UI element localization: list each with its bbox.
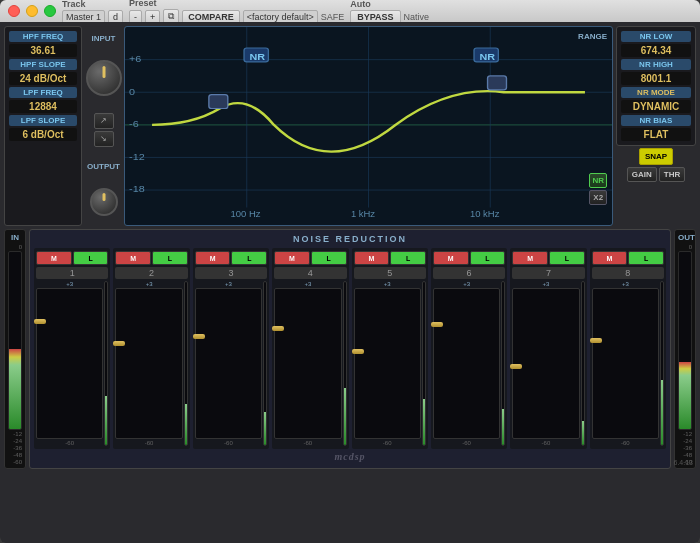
ch7-listen-button[interactable]: L xyxy=(549,251,585,265)
input-knob[interactable] xyxy=(86,60,122,96)
meter-minus36-mark: -36 xyxy=(8,445,22,451)
ch5-meter-fill xyxy=(423,399,425,445)
lpf-freq-value[interactable]: 12884 xyxy=(9,100,77,113)
ch8-faders: +3 -60 xyxy=(592,281,664,446)
ch5-mute-button[interactable]: M xyxy=(354,251,390,265)
hpf-slope-value[interactable]: 24 dB/Oct xyxy=(9,72,77,85)
svg-rect-17 xyxy=(209,95,228,109)
title-bar-controls: Track Master 1 d Preset - + ⧉ COMPARE <f… xyxy=(62,0,692,24)
input-label: INPUT xyxy=(92,34,116,43)
svg-text:-18: -18 xyxy=(129,184,145,194)
tool-button-1[interactable]: ↗ xyxy=(94,113,114,129)
ch4-number: 4 xyxy=(274,267,346,279)
minimize-button[interactable] xyxy=(26,5,38,17)
nr-channels: M L 1 +3 -60 xyxy=(34,248,666,449)
ch7-number: 7 xyxy=(512,267,584,279)
ch3-fader-handle[interactable] xyxy=(193,334,205,339)
ch6-buttons: M L xyxy=(433,251,505,265)
logo: mcdsp xyxy=(34,449,666,464)
channel-3: M L 3 +3 -60 xyxy=(193,248,269,449)
ch2-number: 2 xyxy=(115,267,187,279)
nr-toggle-button[interactable]: NR xyxy=(589,173,607,188)
output-knob[interactable] xyxy=(90,188,118,216)
ch3-mute-button[interactable]: M xyxy=(195,251,231,265)
channel-1: M L 1 +3 -60 xyxy=(34,248,110,449)
nr-mode-value[interactable]: DYNAMIC xyxy=(621,100,691,113)
maximize-button[interactable] xyxy=(44,5,56,17)
ch4-mute-button[interactable]: M xyxy=(274,251,310,265)
out-minus48-mark: -48 xyxy=(678,452,692,458)
left-panel: HPF FREQ 36.61 HPF SLOPE 24 dB/Oct LPF F… xyxy=(4,26,82,226)
ch1-buttons: M L xyxy=(36,251,108,265)
nr-low-value[interactable]: 674.34 xyxy=(621,44,691,57)
channel-6: M L 6 +3 -60 xyxy=(431,248,507,449)
lpf-slope-value[interactable]: 6 dB/Oct xyxy=(9,128,77,141)
out-meter: OUT 0 -12 -24 -36 -48 -60 6.4.13 xyxy=(674,229,696,469)
ch8-listen-button[interactable]: L xyxy=(628,251,664,265)
nr-mode-label: NR MODE xyxy=(621,87,691,98)
ch2-fader-handle[interactable] xyxy=(113,341,125,346)
ch4-listen-button[interactable]: L xyxy=(311,251,347,265)
snap-button[interactable]: SNAP xyxy=(639,148,673,165)
svg-text:-12: -12 xyxy=(129,151,145,161)
out-minus12-mark: -12 xyxy=(678,431,692,437)
ch4-meter-fill xyxy=(344,388,346,445)
eq-display: +6 0 -6 -12 -18 NR NR xyxy=(124,26,613,226)
ch2-listen-button[interactable]: L xyxy=(152,251,188,265)
ch1-number: 1 xyxy=(36,267,108,279)
ch2-mute-button[interactable]: M xyxy=(115,251,151,265)
ch6-fader-handle[interactable] xyxy=(431,322,443,327)
in-meter-fill xyxy=(9,349,21,429)
auto-label: Auto xyxy=(350,0,429,9)
auto-section: Auto BYPASS Native xyxy=(350,0,429,24)
out-meter-fill xyxy=(679,362,691,429)
thr-button[interactable]: THR xyxy=(659,167,685,182)
gain-thr-row: GAIN THR xyxy=(627,167,685,182)
ch7-fader-handle[interactable] xyxy=(510,364,522,369)
plugin-body: HPF FREQ 36.61 HPF SLOPE 24 dB/Oct LPF F… xyxy=(0,22,700,543)
meter-minus24-mark: -24 xyxy=(8,438,22,444)
ch4-buttons: M L xyxy=(274,251,346,265)
channel-7: M L 7 +3 -60 xyxy=(510,248,586,449)
ch8-mute-button[interactable]: M xyxy=(592,251,628,265)
ch7-faders: +3 -60 xyxy=(512,281,584,446)
channel-4: M L 4 +3 -60 xyxy=(272,248,348,449)
out-meter-track xyxy=(678,251,692,430)
ch7-mute-button[interactable]: M xyxy=(512,251,548,265)
bottom-section: IN 0 -12 -24 -36 -48 -60 NOISE REDUCTION xyxy=(4,229,696,469)
ch8-meter-fill xyxy=(661,380,663,445)
ch1-listen-button[interactable]: L xyxy=(73,251,109,265)
output-label: OUTPUT xyxy=(87,162,120,171)
svg-text:NR: NR xyxy=(479,51,495,61)
gain-button[interactable]: GAIN xyxy=(627,167,657,182)
out-minus36-mark: -36 xyxy=(678,445,692,451)
ch4-fader-handle[interactable] xyxy=(272,326,284,331)
ch3-listen-button[interactable]: L xyxy=(231,251,267,265)
tool-button-2[interactable]: ↘ xyxy=(94,131,114,147)
track-section: Track Master 1 d xyxy=(62,0,123,24)
ch5-number: 5 xyxy=(354,267,426,279)
preset-section: Preset - + ⧉ COMPARE <factory default> S… xyxy=(129,0,344,24)
close-button[interactable] xyxy=(8,5,20,17)
meter-minus12-mark: -12 xyxy=(8,431,22,437)
eq-curve-svg: +6 0 -6 -12 -18 NR NR xyxy=(125,27,612,225)
ch5-fader-handle[interactable] xyxy=(352,349,364,354)
ch6-listen-button[interactable]: L xyxy=(470,251,506,265)
nr-high-value[interactable]: 8001.1 xyxy=(621,72,691,85)
ch8-fader-handle[interactable] xyxy=(590,338,602,343)
ch6-mute-button[interactable]: M xyxy=(433,251,469,265)
ch5-faders: +3 -60 xyxy=(354,281,426,446)
svg-text:100 Hz: 100 Hz xyxy=(231,209,262,218)
ch1-fader-handle[interactable] xyxy=(34,319,46,324)
x2-button[interactable]: X2 xyxy=(589,190,607,205)
ch5-listen-button[interactable]: L xyxy=(390,251,426,265)
hpf-freq-value[interactable]: 36.61 xyxy=(9,44,77,57)
ch1-mute-button[interactable]: M xyxy=(36,251,72,265)
svg-text:0: 0 xyxy=(129,86,135,96)
ch3-number: 3 xyxy=(195,267,267,279)
nr-section: NOISE REDUCTION M L 1 +3 xyxy=(29,229,671,469)
nr-bias-value[interactable]: FLAT xyxy=(621,128,691,141)
out-minus24-mark: -24 xyxy=(678,438,692,444)
nr-low-label: NR LOW xyxy=(621,31,691,42)
in-meter: IN 0 -12 -24 -36 -48 -60 xyxy=(4,229,26,469)
